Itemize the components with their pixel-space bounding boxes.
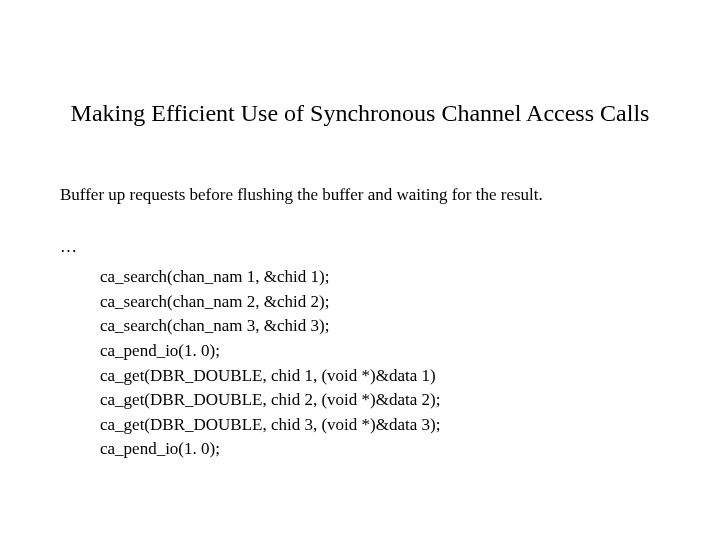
code-block: ca_search(chan_nam 1, &chid 1); ca_searc… xyxy=(60,265,660,462)
slide-content: Buffer up requests before flushing the b… xyxy=(0,185,720,462)
code-line: ca_get(DBR_DOUBLE, chid 1, (void *)&data… xyxy=(100,364,660,389)
code-line: ca_pend_io(1. 0); xyxy=(100,437,660,462)
slide-title: Making Efficient Use of Synchronous Chan… xyxy=(0,100,720,127)
code-line: ca_pend_io(1. 0); xyxy=(100,339,660,364)
ellipsis-text: … xyxy=(60,237,660,257)
code-line: ca_search(chan_nam 1, &chid 1); xyxy=(100,265,660,290)
intro-text: Buffer up requests before flushing the b… xyxy=(60,185,660,205)
slide-container: Making Efficient Use of Synchronous Chan… xyxy=(0,0,720,540)
code-line: ca_get(DBR_DOUBLE, chid 2, (void *)&data… xyxy=(100,388,660,413)
code-line: ca_search(chan_nam 3, &chid 3); xyxy=(100,314,660,339)
code-line: ca_search(chan_nam 2, &chid 2); xyxy=(100,290,660,315)
code-line: ca_get(DBR_DOUBLE, chid 3, (void *)&data… xyxy=(100,413,660,438)
